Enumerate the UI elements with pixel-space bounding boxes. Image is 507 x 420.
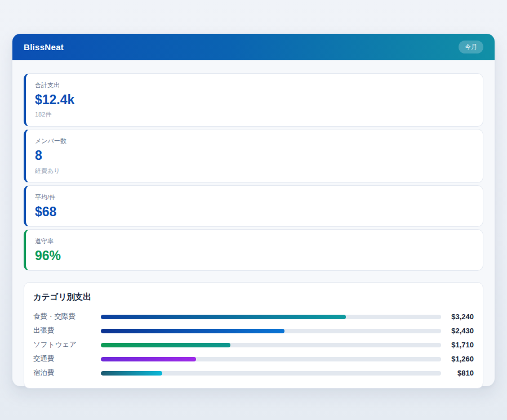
- category-label: ソフトウェア: [33, 340, 101, 350]
- category-label: 出張費: [33, 326, 101, 336]
- category-value: $2,430: [441, 327, 474, 335]
- category-bar-fill: [101, 315, 346, 319]
- stat-sub: 経費あり: [35, 167, 474, 175]
- stat-card-member-count: メンバー数 8 経費あり: [24, 129, 483, 182]
- category-bar-fill: [101, 371, 162, 376]
- category-row: 食費・交際費 $3,240: [33, 310, 474, 324]
- category-row: ソフトウェア $1,710: [33, 338, 474, 352]
- category-row: 宿泊費 $810: [33, 366, 474, 380]
- category-bar-track: [101, 357, 441, 361]
- period-badge[interactable]: 今月: [459, 41, 483, 53]
- category-row: 交通費 $1,260: [33, 352, 474, 366]
- stat-value: 96%: [35, 249, 474, 263]
- category-bar-fill: [101, 329, 284, 333]
- app-header: BlissNeat 今月: [12, 34, 495, 60]
- category-value: $3,240: [441, 312, 474, 321]
- category-value: $1,710: [441, 341, 474, 349]
- category-bar-track: [101, 329, 441, 333]
- category-label: 食費・交際費: [33, 312, 101, 321]
- stat-sub: 182件: [35, 110, 474, 119]
- category-spend-card: カテゴリ別支出 食費・交際費 $3,240 出張費 $2,430 ソフトウェア …: [24, 282, 483, 388]
- category-bar-track: [101, 343, 441, 347]
- stat-value: $68: [35, 205, 474, 219]
- stat-card-compliance-rate: 遵守率 96%: [24, 229, 483, 271]
- dashboard-content: 合計支出 $12.4k 182件 メンバー数 8 経費あり 平均/件 $68 遵…: [12, 60, 495, 388]
- stat-card-total-spend: 合計支出 $12.4k 182件: [24, 73, 483, 127]
- category-label: 交通費: [33, 354, 101, 364]
- stat-label: 合計支出: [35, 81, 474, 90]
- category-bar-track: [101, 315, 441, 319]
- stat-card-average-per-item: 平均/件 $68: [24, 185, 483, 227]
- category-label: 宿泊費: [33, 368, 101, 378]
- stat-label: 遵守率: [35, 237, 474, 245]
- category-card-title: カテゴリ別支出: [33, 292, 474, 302]
- dashboard-container: BlissNeat 今月 合計支出 $12.4k 182件 メンバー数 8 経費…: [12, 34, 495, 386]
- category-value: $810: [441, 369, 474, 377]
- category-bar-fill: [101, 343, 230, 347]
- stat-value: 8: [35, 149, 474, 163]
- stat-label: 平均/件: [35, 193, 474, 202]
- stat-label: メンバー数: [35, 137, 474, 145]
- category-row: 出張費 $2,430: [33, 324, 474, 338]
- category-value: $1,260: [441, 355, 474, 363]
- category-bar-track: [101, 371, 441, 376]
- stat-value: $12.4k: [35, 93, 474, 107]
- app-title: BlissNeat: [24, 42, 64, 52]
- category-bar-fill: [101, 357, 196, 361]
